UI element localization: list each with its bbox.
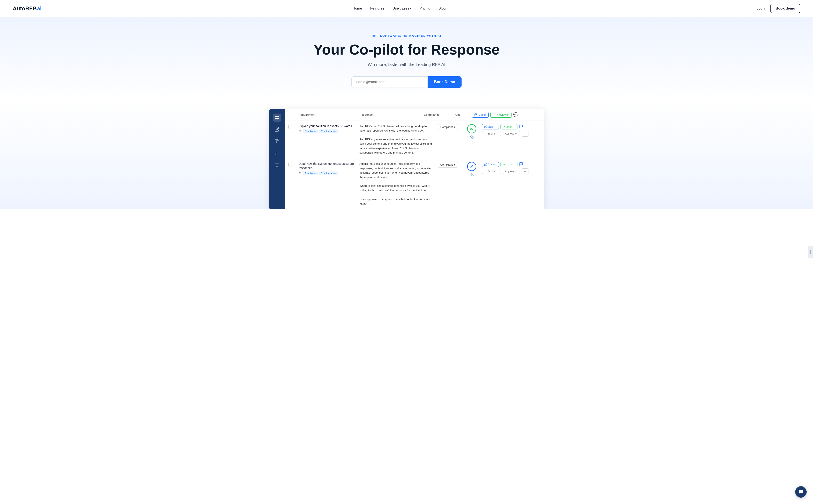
reviewer-name-1: Jack bbox=[506, 125, 512, 128]
response-cell-2: AutoRFP.ai uses your sources, including … bbox=[360, 162, 432, 206]
table-row: Detail how the system generates accurate… bbox=[285, 158, 544, 209]
submit-button-1[interactable]: Submit bbox=[482, 131, 501, 136]
navbar: AutoRFP.ai Home Features Use cases ▾ Pri… bbox=[0, 0, 813, 17]
req-title: Explain your solution in exactly 50 word… bbox=[299, 124, 358, 128]
actions-row-editor-2: Claire Lukas bbox=[482, 162, 528, 167]
logo[interactable]: AutoRFP.ai bbox=[13, 5, 42, 12]
demo-panel-wrapper: Requirement Response Compliance Trust Ed… bbox=[0, 100, 813, 210]
approve-label-1: Approve bbox=[505, 132, 514, 135]
nav-blog[interactable]: Blog bbox=[438, 6, 446, 11]
logo-text-black: AutoRFP. bbox=[13, 5, 37, 12]
approve-chevron-1: ▾ bbox=[515, 132, 517, 135]
book-demo-hero-button[interactable]: Book Demo bbox=[428, 76, 462, 88]
actions-col: Jack Jack Submit Approve bbox=[482, 124, 528, 137]
email-input[interactable] bbox=[351, 76, 428, 88]
logo-text-blue: ai bbox=[37, 5, 42, 12]
compliance-button-2[interactable]: Compliant ▾ bbox=[438, 162, 458, 168]
req-f2-2: F2 bbox=[299, 172, 302, 175]
submit-button-2[interactable]: Submit bbox=[482, 169, 501, 174]
svg-point-11 bbox=[471, 165, 472, 166]
table-header: Requirement Response Compliance Trust Ed… bbox=[285, 109, 544, 121]
col-requirement: Requirement bbox=[299, 113, 358, 116]
approve-chevron-2: ▾ bbox=[515, 170, 517, 173]
sidebar-chart-icon[interactable] bbox=[273, 149, 281, 157]
svg-rect-0 bbox=[275, 116, 277, 117]
book-demo-nav-button[interactable]: Book demo bbox=[770, 4, 800, 13]
col-compliance: Compliance bbox=[424, 113, 451, 116]
compliance-text-2: Compliant bbox=[440, 163, 453, 166]
trust-score: 97 bbox=[467, 124, 476, 133]
table-row: Explain your solution in exactly 50 word… bbox=[285, 121, 544, 159]
hero-title: Your Co-pilot for Response bbox=[4, 42, 809, 58]
hero-subtitle: Win more, faster with the Leading RFP AI bbox=[4, 62, 809, 67]
trust-cell-2: 📎 bbox=[463, 162, 480, 176]
chat-button-2[interactable] bbox=[519, 162, 523, 167]
svg-rect-8 bbox=[275, 163, 279, 166]
hero-cta: Book Demo bbox=[351, 76, 462, 88]
requirement-cell-2: Detail how the system generates accurate… bbox=[299, 162, 358, 175]
approve-button-1[interactable]: Approve ▾ bbox=[503, 131, 520, 136]
chat-header-icon: 💬 bbox=[513, 112, 518, 117]
svg-rect-1 bbox=[277, 116, 279, 117]
compliance-button[interactable]: Compliant ▾ bbox=[438, 124, 458, 130]
compliance-chevron-2: ▾ bbox=[454, 163, 455, 166]
nav-links: Home Features Use cases ▾ Pricing Blog bbox=[353, 6, 446, 11]
req-f2: F2 bbox=[299, 130, 302, 133]
trust-cell: 97 📎 bbox=[463, 124, 480, 139]
reviewer-label: Reviewer bbox=[497, 113, 509, 116]
svg-rect-2 bbox=[275, 118, 277, 119]
svg-rect-3 bbox=[277, 118, 279, 119]
table-area: Requirement Response Compliance Trust Ed… bbox=[285, 109, 544, 210]
actions-row-editor: Jack Jack bbox=[482, 124, 528, 129]
compliance-cell-2: Compliant ▾ bbox=[434, 162, 462, 168]
sidebar-copy-icon[interactable] bbox=[273, 137, 281, 145]
response-cell: AutoRFP.ai is RFP Software built from th… bbox=[360, 124, 432, 155]
nav-actions: Log in Book demo bbox=[757, 4, 800, 13]
hero-section: RFP SOFTWARE, REIMAGINED WITH AI Your Co… bbox=[0, 17, 813, 100]
nav-home[interactable]: Home bbox=[353, 6, 362, 11]
nav-pricing[interactable]: Pricing bbox=[419, 6, 430, 11]
paperclip-icon-2: 📎 bbox=[470, 172, 474, 176]
svg-rect-4 bbox=[276, 141, 279, 143]
trust-person-icon bbox=[467, 162, 476, 171]
reviewer-action-button[interactable]: Jack bbox=[500, 124, 517, 129]
row-checkbox[interactable] bbox=[288, 124, 297, 129]
nav-features[interactable]: Features bbox=[370, 6, 384, 11]
reviewer-name-2: Lukas bbox=[506, 163, 514, 166]
col-response: Response bbox=[360, 113, 422, 116]
login-button[interactable]: Log in bbox=[757, 6, 766, 11]
tag-configuration-2[interactable]: Configuration bbox=[319, 172, 338, 175]
reviewer-badge: Reviewer bbox=[490, 112, 511, 118]
sidebar-screen-icon[interactable] bbox=[273, 161, 281, 169]
sidebar bbox=[269, 109, 285, 210]
tag-configuration[interactable]: Configuration bbox=[319, 129, 338, 133]
editor-name-1: Jack bbox=[488, 125, 493, 128]
requirement-cell: Explain your solution in exactly 50 word… bbox=[299, 124, 358, 133]
tag-functional[interactable]: Functional bbox=[303, 129, 318, 133]
actions-row-submit-2: Submit Approve ▾ bbox=[482, 168, 528, 174]
editor-name-2: Claire bbox=[488, 163, 495, 166]
col-actions: Editor Reviewer 💬 bbox=[472, 112, 541, 118]
actions-row-submit: Submit Approve ▾ bbox=[482, 131, 528, 137]
row-checkbox-2[interactable] bbox=[288, 162, 297, 166]
req-meta-2: F2 Functional Configuration bbox=[299, 172, 358, 175]
reviewer-action-button-2[interactable]: Lukas bbox=[500, 162, 517, 167]
sidebar-grid-icon[interactable] bbox=[273, 114, 281, 122]
chat-outline-button-1[interactable] bbox=[522, 131, 528, 137]
editor-action-button-2[interactable]: Claire bbox=[482, 162, 499, 167]
chevron-down-icon: ▾ bbox=[410, 7, 411, 10]
editor-label: Editor bbox=[479, 113, 486, 116]
chat-button-1[interactable] bbox=[519, 124, 523, 129]
editor-action-button[interactable]: Jack bbox=[482, 124, 499, 129]
demo-panel: Requirement Response Compliance Trust Ed… bbox=[269, 109, 544, 210]
editor-badge: Editor bbox=[472, 112, 489, 118]
req-meta: F2 Functional Configuration bbox=[299, 129, 358, 133]
compliance-chevron: ▾ bbox=[454, 125, 455, 129]
nav-use-cases[interactable]: Use cases ▾ bbox=[392, 6, 411, 11]
approve-button-2[interactable]: Approve ▾ bbox=[503, 169, 520, 174]
approve-label-2: Approve bbox=[505, 170, 514, 173]
sidebar-edit-icon[interactable] bbox=[273, 125, 281, 133]
chat-outline-button-2[interactable] bbox=[522, 168, 528, 174]
tag-functional-2[interactable]: Functional bbox=[303, 172, 318, 175]
hero-eyebrow: RFP SOFTWARE, REIMAGINED WITH AI bbox=[4, 34, 809, 37]
